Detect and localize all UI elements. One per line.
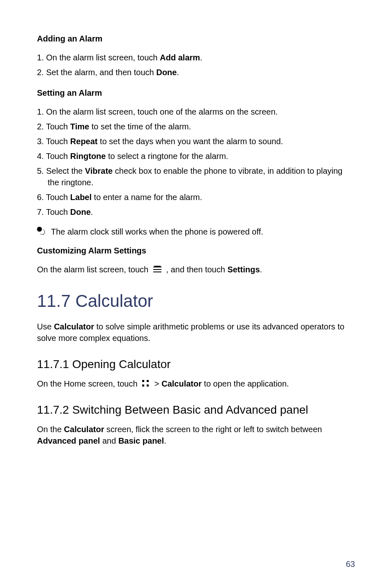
step-bold: Done: [156, 68, 177, 77]
step-text: to set the days when you want the alarm …: [98, 137, 283, 146]
subheading-switching-panel: 11.7.2 Switching Between Basic and Advan…: [37, 402, 355, 418]
section-title-calculator: 11.7 Calculator: [37, 289, 355, 313]
text-run: >: [154, 379, 161, 388]
note-icon: [37, 227, 45, 235]
paragraph: On the Home screen, touch > Calculator t…: [37, 378, 355, 389]
step-text: 6. Touch: [37, 193, 70, 202]
step-text: .: [200, 53, 203, 62]
step-bold: Add alarm: [160, 53, 200, 62]
text-run: On the Home screen, touch: [37, 379, 140, 388]
text-bold: Calculator: [161, 379, 202, 388]
step-text: 2. Touch: [37, 122, 70, 131]
step-text: 4. Touch: [37, 152, 70, 161]
step-item: 4. Touch Ringtone to select a ringtone f…: [37, 150, 355, 162]
subheading-opening-calculator: 11.7.1 Opening Calculator: [37, 356, 355, 372]
paragraph: Use Calculator to solve simple arithmeti…: [37, 321, 355, 344]
step-text: 1. On the alarm list screen, touch: [37, 53, 160, 62]
step-bold: Label: [70, 193, 92, 202]
menu-icon: [153, 266, 161, 273]
paragraph: On the Calculator screen, flick the scre…: [37, 424, 355, 447]
step-bold: Ringtone: [70, 152, 106, 161]
step-item: 2. Touch Time to set the time of the ala…: [37, 121, 355, 132]
heading-adding-alarm: Adding an Alarm: [37, 33, 355, 44]
step-item: 5. Select the Vibrate check box to enabl…: [37, 165, 355, 188]
text-run: , and then touch: [166, 265, 227, 274]
text-bold: Calculator: [54, 322, 94, 331]
page-number: 63: [346, 558, 355, 570]
svg-rect-7: [147, 384, 149, 387]
step-item: 1. On the alarm list screen, touch Add a…: [37, 52, 355, 63]
step-text: to enter a name for the alarm.: [92, 193, 202, 202]
paragraph: On the alarm list screen, touch , and th…: [37, 264, 355, 275]
step-item: 1. On the alarm list screen, touch one o…: [37, 106, 355, 117]
step-bold: Repeat: [70, 137, 98, 146]
step-item: 6. Touch Label to enter a name for the a…: [37, 191, 355, 203]
step-text: 1. On the alarm list screen, touch one o…: [37, 107, 278, 116]
step-text: .: [177, 68, 179, 77]
text-run: On the: [37, 425, 64, 434]
text-run: screen, flick the screen to the right or…: [104, 425, 322, 434]
step-text: 2. Set the alarm, and then touch: [37, 68, 156, 77]
text-run: .: [260, 265, 262, 274]
text-run: .: [164, 436, 166, 445]
heading-setting-alarm: Setting an Alarm: [37, 87, 355, 99]
step-item: 2. Set the alarm, and then touch Done.: [37, 67, 355, 78]
step-item: 7. Touch Done.: [37, 206, 355, 218]
text-bold: Basic panel: [118, 436, 164, 445]
step-text: to select a ringtone for the alarm.: [106, 152, 228, 161]
apps-grid-icon: [142, 380, 150, 387]
text-bold: Advanced panel: [37, 436, 100, 445]
heading-customizing-alarm: Customizing Alarm Settings: [37, 245, 355, 256]
text-bold: Settings: [227, 265, 260, 274]
step-text: 7. Touch: [37, 207, 70, 216]
text-run: and: [100, 436, 118, 445]
step-item: 3. Touch Repeat to set the days when you…: [37, 136, 355, 147]
svg-rect-5: [147, 380, 149, 382]
step-bold: Done: [70, 207, 91, 216]
text-bold: Calculator: [64, 425, 104, 434]
step-text: 5. Select the: [37, 166, 85, 175]
step-text: to set the time of the alarm.: [89, 122, 191, 131]
step-bold: Vibrate: [85, 166, 113, 175]
text-run: Use: [37, 322, 54, 331]
step-text: 3. Touch: [37, 137, 70, 146]
step-bold: Time: [70, 122, 89, 131]
svg-rect-6: [142, 384, 144, 387]
svg-rect-4: [142, 380, 144, 382]
step-text: .: [91, 207, 93, 216]
text-run: to open the application.: [202, 379, 289, 388]
note-text: The alarm clock still works when the pho…: [51, 226, 263, 237]
note: The alarm clock still works when the pho…: [37, 226, 355, 237]
text-run: On the alarm list screen, touch: [37, 265, 151, 274]
